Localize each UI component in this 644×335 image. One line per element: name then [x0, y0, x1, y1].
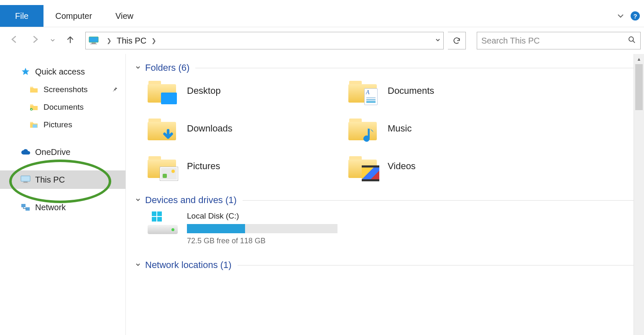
- folder-label: Documents: [388, 85, 434, 96]
- drive-local-disk-c[interactable]: Local Disk (C:) 72.5 GB free of 118 GB: [135, 211, 636, 245]
- network-icon: [20, 203, 31, 211]
- chevron-down-icon: [135, 262, 141, 269]
- group-title: Folders (6): [145, 62, 189, 73]
- recent-locations-dropdown[interactable]: [49, 38, 57, 44]
- drive-usage-bar: [187, 224, 337, 233]
- pin-icon: [112, 86, 118, 93]
- sidebar-network[interactable]: Network: [0, 198, 125, 216]
- group-header-folders[interactable]: Folders (6): [135, 62, 636, 73]
- chevron-down-icon: [135, 64, 141, 72]
- folder-icon: [148, 79, 176, 103]
- ribbon-tabs: File Computer View ?: [0, 5, 644, 27]
- back-button[interactable]: [7, 32, 22, 49]
- download-arrow-icon: [161, 129, 175, 143]
- drive-usage-fill: [187, 224, 245, 233]
- folder-videos[interactable]: Videos: [348, 155, 549, 178]
- folder-icon: [148, 117, 176, 140]
- search-placeholder: Search This PC: [481, 36, 540, 46]
- svg-rect-1: [92, 43, 96, 44]
- scroll-up-icon[interactable]: ▲: [634, 54, 644, 64]
- folder-label: Desktop: [187, 85, 221, 96]
- folder-desktop[interactable]: Desktop: [148, 79, 348, 103]
- nav-buttons: [3, 32, 81, 49]
- folders-grid: Desktop Documents Downloads: [135, 79, 636, 178]
- sidebar-this-pc[interactable]: This PC: [0, 170, 125, 189]
- svg-rect-2: [90, 44, 97, 44]
- navigation-sidebar: Quick access Screenshots Documents Pictu…: [0, 54, 126, 335]
- sidebar-item-label: Screenshots: [43, 85, 88, 94]
- sidebar-item-label: Pictures: [43, 120, 72, 129]
- drive-label: Local Disk (C:): [187, 211, 337, 221]
- svg-rect-5: [30, 104, 33, 106]
- drive-info: Local Disk (C:) 72.5 GB free of 118 GB: [187, 211, 337, 245]
- group-title: Devices and drives (1): [145, 195, 237, 206]
- folder-label: Videos: [388, 161, 416, 172]
- folder-pictures[interactable]: Pictures: [148, 155, 348, 178]
- minimize-button[interactable]: ☐: [601, 0, 608, 3]
- folder-icon: [28, 103, 39, 111]
- group-rule: [195, 68, 636, 68]
- folder-icon: [348, 117, 377, 140]
- vertical-scrollbar[interactable]: ▲: [634, 54, 644, 335]
- pc-icon: [20, 175, 31, 184]
- sidebar-item-label: Documents: [43, 103, 84, 112]
- svg-rect-12: [21, 204, 26, 207]
- help-button[interactable]: ?: [631, 11, 640, 21]
- up-button[interactable]: [63, 32, 78, 49]
- content-pane: Folders (6) Desktop Documents Downloads: [126, 54, 644, 335]
- folder-icon: [348, 155, 377, 178]
- svg-rect-0: [89, 37, 98, 42]
- search-icon: [628, 36, 636, 46]
- close-button[interactable]: ✕: [631, 0, 639, 3]
- sidebar-item-label: This PC: [35, 175, 65, 185]
- breadcrumb-separator-icon[interactable]: ❯: [102, 37, 116, 44]
- folder-icon: [148, 155, 176, 178]
- navigation-row: ❯ This PC ❯ Search This PC: [0, 27, 644, 54]
- music-note-icon: [363, 126, 378, 144]
- svg-rect-11: [22, 183, 29, 183]
- folder-music[interactable]: Music: [348, 117, 549, 140]
- scrollbar-thumb[interactable]: [635, 64, 643, 110]
- ribbon-collapse-icon[interactable]: [616, 12, 625, 20]
- folder-label: Downloads: [187, 123, 233, 134]
- svg-rect-9: [21, 176, 30, 181]
- tab-computer[interactable]: Computer: [43, 5, 104, 27]
- sidebar-item-documents[interactable]: Documents: [0, 98, 125, 116]
- tab-view[interactable]: View: [104, 5, 145, 27]
- cloud-icon: [20, 148, 31, 156]
- breadcrumb-separator-icon[interactable]: ❯: [147, 37, 161, 44]
- folder-icon: [348, 79, 377, 103]
- svg-rect-13: [26, 207, 30, 211]
- address-dropdown-icon[interactable]: [435, 37, 441, 44]
- sidebar-item-screenshots[interactable]: Screenshots: [0, 81, 125, 98]
- star-icon: [20, 67, 31, 76]
- folder-icon: [28, 86, 39, 93]
- sidebar-item-pictures[interactable]: Pictures: [0, 116, 125, 134]
- folder-icon: [28, 121, 39, 129]
- sidebar-item-label: Network: [35, 203, 66, 212]
- folder-downloads[interactable]: Downloads: [148, 117, 348, 140]
- titlebar: ▥ ▾ │ This PC ☐ ✕: [0, 0, 644, 5]
- group-header-drives[interactable]: Devices and drives (1): [135, 195, 636, 206]
- sidebar-quick-access[interactable]: Quick access: [0, 62, 125, 81]
- group-rule: [243, 200, 636, 201]
- search-input[interactable]: Search This PC: [477, 32, 641, 49]
- pc-icon: [88, 36, 99, 45]
- svg-rect-7: [30, 122, 33, 123]
- svg-rect-4: [30, 87, 33, 88]
- folder-label: Pictures: [187, 161, 220, 172]
- drive-free-text: 72.5 GB free of 118 GB: [187, 237, 337, 245]
- forward-button[interactable]: [28, 32, 43, 49]
- svg-rect-8: [33, 124, 37, 128]
- folder-documents[interactable]: Documents: [348, 79, 549, 103]
- group-rule: [238, 265, 636, 265]
- breadcrumb-item[interactable]: This PC: [116, 36, 147, 46]
- sidebar-item-label: OneDrive: [35, 147, 70, 157]
- sidebar-onedrive[interactable]: OneDrive: [0, 143, 125, 161]
- folder-label: Music: [388, 123, 411, 134]
- group-header-network-locations[interactable]: Network locations (1): [135, 260, 636, 271]
- group-title: Network locations (1): [145, 260, 232, 271]
- refresh-button[interactable]: [448, 32, 466, 49]
- tab-file[interactable]: File: [0, 5, 43, 27]
- address-bar[interactable]: ❯ This PC ❯: [85, 32, 444, 49]
